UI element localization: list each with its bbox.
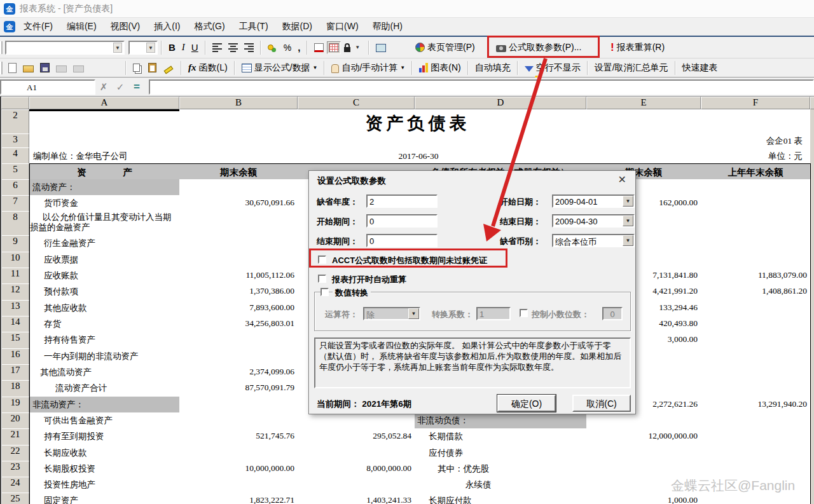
- row-header-2[interactable]: 2: [1, 109, 29, 134]
- row-header-18[interactable]: 18: [1, 380, 29, 397]
- row-header-23[interactable]: 23: [1, 461, 29, 477]
- cell-B25[interactable]: 1,823,222.71: [179, 493, 298, 504]
- recalc-button[interactable]: !报表重算(R): [607, 40, 668, 55]
- menu-item-4[interactable]: 格式(G): [188, 19, 230, 34]
- currency-style-button[interactable]: [265, 43, 280, 51]
- cell-A15[interactable]: 持有待售资产: [29, 332, 180, 349]
- cell-F19[interactable]: 13,291,940.20: [701, 397, 811, 413]
- chevron-down-icon[interactable]: ▼: [146, 43, 155, 53]
- underline-button[interactable]: U: [188, 41, 202, 54]
- cell-A12[interactable]: 预付款项: [29, 283, 180, 301]
- cell-A21[interactable]: 持有至到期投资: [29, 428, 180, 446]
- cell-B12[interactable]: 1,370,386.00: [179, 283, 298, 301]
- cell-D21[interactable]: 长期借款: [415, 428, 587, 446]
- column-header-B[interactable]: B: [179, 97, 298, 109]
- row-header-10[interactable]: 10: [1, 252, 29, 268]
- menu-item-8[interactable]: 帮助(H): [367, 19, 408, 34]
- chevron-down-icon[interactable]: ▼: [113, 43, 122, 53]
- cell-B16[interactable]: [179, 348, 298, 365]
- column-header-E[interactable]: E: [586, 97, 701, 109]
- chevron-down-icon[interactable]: ▼: [623, 235, 633, 246]
- cell-B20[interactable]: [179, 412, 298, 429]
- cell-F11[interactable]: 11,883,079.00: [701, 268, 811, 284]
- cell-B8[interactable]: [179, 211, 298, 236]
- format-painter-button[interactable]: [160, 63, 177, 73]
- cell-A8[interactable]: 以公允价值计量且其变动计入当期损益的金融资产: [29, 211, 180, 236]
- quick-table-button[interactable]: 快速建表: [679, 61, 721, 75]
- row-header-4[interactable]: 4: [1, 147, 29, 164]
- default-year-input[interactable]: 2: [366, 194, 438, 208]
- toolbar-grip[interactable]: [0, 62, 3, 74]
- cell-B14[interactable]: 34,256,803.01: [179, 316, 298, 332]
- currency-dropdown[interactable]: 综合本位币▼: [552, 234, 635, 247]
- ok-button[interactable]: 确定(O): [497, 395, 556, 412]
- align-right-button[interactable]: [241, 42, 257, 53]
- row-header-25[interactable]: 25: [1, 493, 29, 504]
- row-header-13[interactable]: 13: [1, 300, 29, 317]
- cell-F17[interactable]: [701, 364, 811, 381]
- function-button[interactable]: fx函数(L): [185, 61, 231, 75]
- align-center-button[interactable]: [225, 42, 241, 53]
- hide-empty-rows-button[interactable]: 空行不显示: [521, 61, 584, 75]
- cell-C20[interactable]: [298, 412, 415, 429]
- row-header-17[interactable]: 17: [1, 364, 29, 381]
- row-header-3[interactable]: 3: [1, 133, 29, 148]
- chart-button[interactable]: 图表(N): [416, 61, 464, 75]
- cell-F5[interactable]: 上年年末余额: [701, 163, 811, 180]
- chevron-down-icon[interactable]: ▼: [623, 196, 633, 207]
- cell-A14[interactable]: 存货: [29, 316, 180, 332]
- cell-B17[interactable]: 2,374,099.06: [179, 364, 298, 381]
- column-header-A[interactable]: A: [29, 97, 179, 109]
- chevron-down-icon[interactable]: ▼: [623, 215, 633, 226]
- cell-A7[interactable]: 货币资金: [29, 195, 180, 212]
- cell-C21[interactable]: 295,052.84: [298, 428, 415, 446]
- new-button[interactable]: [5, 62, 20, 74]
- open-button[interactable]: [20, 62, 37, 74]
- formula-input[interactable]: [149, 79, 814, 95]
- cell-A24[interactable]: 投资性房地产: [29, 477, 180, 493]
- cell-A11[interactable]: 应收账款: [29, 268, 180, 284]
- print-button[interactable]: [53, 62, 70, 74]
- cell-A9[interactable]: 衍生金融资产: [29, 235, 180, 252]
- cell-D25[interactable]: 长期应付款: [415, 493, 587, 504]
- cell-D20[interactable]: 非流动负债：: [415, 412, 587, 429]
- window-view-button[interactable]: [373, 41, 389, 53]
- cell-D22[interactable]: 应付债券: [415, 445, 587, 461]
- numeric-convert-checkbox[interactable]: [321, 288, 329, 296]
- row-header-8[interactable]: 8: [1, 211, 29, 236]
- cell-C23[interactable]: 8,000,000.00: [298, 461, 415, 477]
- row-header-24[interactable]: 24: [1, 477, 29, 493]
- chevron-down-icon[interactable]: ▼: [353, 43, 362, 53]
- cell-F16[interactable]: [701, 348, 811, 365]
- equals-icon[interactable]: =: [128, 81, 145, 93]
- cell-F12[interactable]: 1,408,861.20: [701, 283, 811, 301]
- end-date-dropdown[interactable]: 2009-04-30▼: [552, 214, 635, 228]
- paste-button[interactable]: [145, 62, 160, 74]
- cell-B11[interactable]: 11,005,112.06: [179, 268, 298, 284]
- toolbar-grip[interactable]: [0, 41, 3, 54]
- cell-D24[interactable]: 永续债: [415, 477, 587, 493]
- row-header-5[interactable]: 5: [1, 163, 29, 180]
- cell-C24[interactable]: [298, 477, 415, 493]
- font-combo[interactable]: ▼: [5, 41, 125, 55]
- cell-B9[interactable]: [179, 235, 298, 252]
- chevron-down-icon[interactable]: ▼: [400, 65, 405, 71]
- copy-button[interactable]: [130, 62, 145, 73]
- cell-A25[interactable]: 固定资产: [29, 493, 180, 504]
- menu-item-7[interactable]: 窗口(W): [321, 19, 364, 34]
- percent-style-button[interactable]: %: [280, 41, 294, 54]
- column-header-F[interactable]: F: [701, 97, 810, 109]
- cancel-entry-icon[interactable]: ✗: [95, 81, 112, 93]
- cell-F8[interactable]: [701, 211, 811, 236]
- cell-A10[interactable]: 应收票据: [29, 252, 180, 268]
- column-header-D[interactable]: D: [415, 97, 586, 109]
- cell-A5[interactable]: 资 产: [29, 163, 180, 180]
- row-header-7[interactable]: 7: [1, 195, 29, 212]
- cell-A6[interactable]: 流动资产：: [29, 179, 180, 196]
- start-period-input[interactable]: 0: [366, 214, 438, 228]
- cell-A13[interactable]: 其他应收款: [29, 300, 180, 317]
- cell-B10[interactable]: [179, 252, 298, 268]
- cell-A18[interactable]: 流动资产合计: [29, 380, 180, 397]
- cell-B15[interactable]: [179, 332, 298, 349]
- gridline-toggle-button[interactable]: [327, 41, 341, 54]
